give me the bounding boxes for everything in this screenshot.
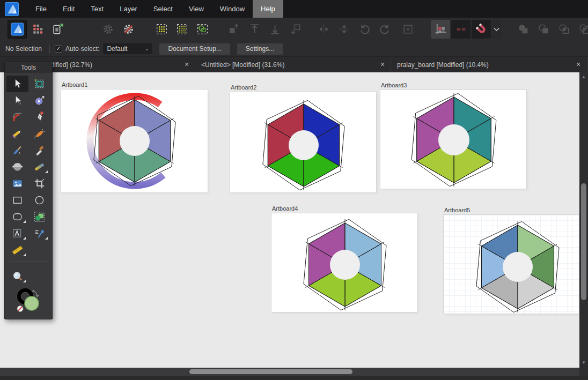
menu-item-edit[interactable]: Edit (55, 0, 83, 18)
flyout-triangle-icon[interactable] (45, 170, 48, 173)
move-to-back-button[interactable] (285, 20, 305, 39)
artboard-label[interactable]: Artboard4 (272, 205, 298, 212)
style-picker-icon (33, 227, 46, 240)
designer-persona-button[interactable] (8, 20, 27, 39)
pencil-tool[interactable] (6, 125, 28, 142)
pixel-persona-icon (31, 23, 45, 36)
flyout-triangle-icon[interactable] (23, 220, 26, 223)
flyout-triangle-icon[interactable] (45, 237, 48, 240)
menu-item-file[interactable]: File (27, 0, 55, 18)
artboard-content[interactable] (444, 215, 579, 314)
canvas-viewport[interactable]: Artboard1 Artboard2 Artboard3 Artboard4 (0, 72, 579, 368)
flip-vertical-button[interactable] (334, 20, 354, 39)
vector-view-button[interactable] (193, 20, 212, 39)
app-logo-icon[interactable] (5, 2, 19, 16)
measure-tool[interactable] (6, 242, 28, 258)
point-transform-tool[interactable] (28, 92, 50, 109)
close-icon[interactable]: × (379, 61, 386, 68)
vertical-scroll-thumb[interactable] (581, 183, 586, 300)
artistic-text-tool[interactable] (6, 225, 28, 242)
settings-button[interactable]: Settings... (237, 43, 283, 55)
artboard-content[interactable] (271, 213, 417, 312)
rotate-cw-button[interactable] (375, 20, 394, 39)
pixel-view-button[interactable] (152, 20, 171, 39)
move-backward-button[interactable] (265, 20, 284, 39)
move-tool[interactable] (6, 76, 28, 92)
flyout-triangle-icon[interactable] (23, 254, 26, 256)
menu-item-help[interactable]: Help (253, 0, 283, 18)
ellipse-icon (33, 194, 46, 206)
rotate-ccw-button[interactable] (355, 20, 374, 39)
pixel-persona-button[interactable] (28, 20, 47, 39)
artboard-content[interactable] (61, 90, 208, 192)
flyout-triangle-icon[interactable] (23, 237, 26, 240)
close-icon[interactable]: × (575, 61, 582, 68)
artboard-label[interactable]: Artboard2 (231, 84, 256, 91)
flyout-triangle-icon[interactable] (23, 280, 26, 282)
document-tab-3[interactable]: pralay_board [Modified] (10.4%)× (391, 57, 588, 72)
rectangle-tool[interactable] (6, 192, 28, 208)
rounded-rectangle-tool[interactable] (6, 208, 28, 225)
move-icon (11, 78, 24, 90)
artboard-tool[interactable] (28, 76, 50, 92)
shapes-tool[interactable] (28, 208, 50, 225)
vector-crop-tool[interactable] (28, 175, 50, 192)
knife-tool[interactable] (28, 142, 50, 159)
artboard-5: Artboard5 (444, 215, 579, 314)
snap-candidates-button[interactable] (451, 20, 471, 39)
insert-inside-button[interactable] (398, 20, 417, 39)
boolean-subtract-button[interactable] (534, 20, 553, 39)
ellipse-tool[interactable] (28, 192, 50, 208)
menu-item-layer[interactable]: Layer (112, 0, 145, 18)
horizontal-scrollbar[interactable] (0, 368, 588, 376)
boolean-intersect-button[interactable] (554, 20, 574, 39)
pen-tool[interactable] (28, 109, 50, 125)
move-forward-button[interactable] (245, 20, 264, 39)
menu-item-window[interactable]: Window (212, 0, 253, 18)
node-tool[interactable] (6, 92, 28, 109)
preset-dropdown[interactable]: Default ⌄ (103, 43, 152, 54)
boolean-add-button[interactable] (513, 20, 533, 39)
close-icon[interactable]: × (183, 61, 190, 68)
zoom-tool[interactable] (6, 268, 28, 285)
artboard-label[interactable]: Artboard5 (444, 207, 470, 213)
horizontal-scroll-thumb[interactable] (189, 369, 352, 374)
auto-select-label: Auto-select: (65, 45, 99, 53)
transparency-tool[interactable] (6, 159, 28, 175)
scroll-up-icon[interactable]: ▲ (579, 73, 588, 81)
vector-brush-tool[interactable] (28, 125, 50, 142)
zoom-icon (11, 270, 24, 282)
boolean-divide-button[interactable] (575, 20, 588, 39)
corner-tool[interactable] (6, 109, 28, 125)
vertical-scrollbar[interactable]: ▲ ▼ (579, 72, 588, 368)
tools-panel-title[interactable]: Tools (5, 62, 52, 73)
snapping-magnet-button[interactable] (472, 20, 491, 39)
document-setup-button[interactable]: Document Setup... (159, 43, 230, 55)
document-gear-button[interactable] (98, 20, 117, 39)
place-image-tool[interactable] (6, 175, 28, 192)
snapping-options-button[interactable] (492, 20, 501, 39)
style-picker-tool[interactable] (28, 225, 50, 242)
snap-grid-button[interactable] (431, 20, 450, 39)
artboard-label[interactable]: Artboard3 (381, 82, 407, 88)
stroke-fill-swatches[interactable] (5, 285, 52, 319)
menu-item-text[interactable]: Text (83, 0, 112, 18)
menu-item-select[interactable]: Select (145, 0, 181, 18)
toolbar-group-order (224, 20, 305, 39)
export-persona-button[interactable] (48, 20, 68, 39)
auto-select-checkbox[interactable]: ✓ (55, 45, 62, 53)
paint-brush-tool[interactable] (6, 142, 28, 159)
artboard-content[interactable] (380, 90, 526, 189)
artboard-4: Artboard4 (271, 213, 417, 312)
artboard-content[interactable] (230, 92, 376, 192)
flip-horizontal-button[interactable] (314, 20, 333, 39)
menu-item-view[interactable]: View (181, 0, 212, 18)
document-tab-2[interactable]: <Untitled> [Modified] (31.6%)× (195, 57, 391, 72)
fill-gradient-tool[interactable] (28, 159, 50, 175)
move-to-front-button[interactable] (224, 20, 244, 39)
retina-view-button[interactable] (172, 20, 192, 39)
scroll-down-icon[interactable]: ▼ (579, 359, 588, 367)
tab-label: <Untitled> [Modified] (31.6%) (201, 61, 284, 69)
gear-slash-button[interactable] (119, 20, 138, 39)
artboard-label[interactable]: Artboard1 (62, 81, 87, 88)
